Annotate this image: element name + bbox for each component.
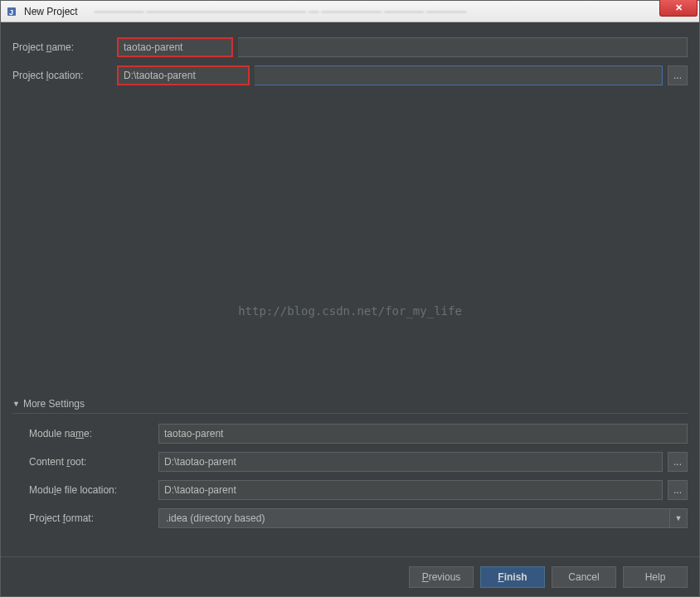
project-name-label: Project name: — [12, 41, 112, 53]
project-location-label: Project location: — [12, 70, 112, 81]
project-location-input[interactable] — [117, 66, 250, 85]
project-format-select[interactable]: .idea (directory based) ▼ — [158, 508, 688, 528]
project-name-input-ext[interactable] — [238, 37, 688, 57]
content-root-row: Content root: ... — [29, 452, 688, 472]
previous-button[interactable]: Previous — [409, 566, 474, 588]
close-icon: ✕ — [675, 2, 683, 13]
chevron-down-icon: ▼ — [669, 508, 688, 528]
window-title: New Project — [24, 6, 78, 17]
dialog-content: Project name: Project location: ... http… — [1, 22, 699, 556]
module-file-location-input[interactable] — [158, 480, 663, 500]
module-name-label: Module name: — [29, 428, 153, 439]
more-settings-section: ▼ More Settings Module name: Content roo… — [12, 395, 688, 548]
dialog-footer: Previous Finish Cancel Help — [1, 556, 699, 596]
project-location-browse-button[interactable]: ... — [668, 66, 688, 85]
module-file-location-browse-button[interactable]: ... — [668, 480, 688, 500]
more-settings-toggle[interactable]: ▼ More Settings — [12, 395, 688, 414]
watermark-text: http://blog.csdn.net/for_my_life — [238, 304, 462, 318]
titlebar: J New Project ————— ———————————————— — —… — [1, 1, 699, 22]
content-root-browse-button[interactable]: ... — [668, 452, 688, 472]
more-settings-body: Module name: Content root: ... Module fi… — [12, 414, 688, 548]
module-name-input[interactable] — [158, 424, 688, 444]
project-format-label: Project format: — [29, 512, 153, 524]
app-icon: J — [6, 5, 19, 18]
content-root-input[interactable] — [158, 452, 663, 472]
titlebar-blurred-text: ————— ———————————————— — —————— ———— ———… — [95, 6, 467, 17]
chevron-down-icon: ▼ — [12, 400, 20, 408]
project-location-row: Project location: ... — [12, 66, 688, 85]
more-settings-label: More Settings — [23, 398, 85, 410]
project-name-input[interactable] — [117, 37, 233, 57]
project-name-row: Project name: — [12, 37, 688, 57]
new-project-dialog: J New Project ————— ———————————————— — —… — [0, 0, 700, 597]
project-location-input-ext[interactable] — [255, 66, 663, 85]
help-button[interactable]: Help — [623, 566, 688, 588]
close-button[interactable]: ✕ — [659, 0, 698, 17]
cancel-button[interactable]: Cancel — [552, 566, 616, 588]
project-format-row: Project format: .idea (directory based) … — [29, 508, 688, 528]
project-format-value: .idea (directory based) — [158, 508, 688, 528]
module-file-location-row: Module file location: ... — [29, 480, 688, 500]
finish-button[interactable]: Finish — [480, 566, 545, 588]
module-name-row: Module name: — [29, 424, 688, 444]
svg-text:J: J — [9, 8, 13, 17]
content-root-label: Content root: — [29, 456, 153, 468]
module-file-location-label: Module file location: — [29, 484, 153, 496]
